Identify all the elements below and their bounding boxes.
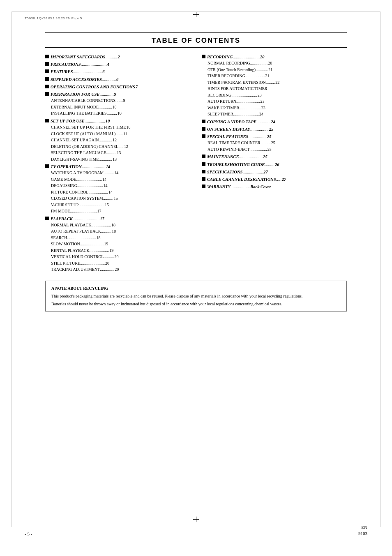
toc-bullet: [202, 177, 205, 181]
toc-entry: HINTS FOR AUTOMATIC TIMER: [202, 86, 347, 92]
toc-entry: DELETING (OR ADDING) CHANNEL .....12: [45, 144, 190, 150]
toc-bullet: [202, 155, 205, 158]
toc-entry: AUTO REPEAT PLAYBACK ..........18: [45, 228, 190, 235]
toc-bullet: [45, 77, 49, 81]
toc-entry: CHANNEL SET UP AGAIN .............12: [45, 137, 190, 143]
toc-entry: DAYLIGHT-SAVING TIME .............13: [45, 157, 190, 163]
toc-entry: WARRANTY ..................Back Cover: [202, 184, 347, 190]
footer-page-number: - 5 -: [25, 531, 32, 536]
toc-entry: ANTENNA/CABLE CONNECTIONS .......9: [45, 98, 190, 104]
toc-entry: TIMER RECORDING ...................21: [202, 73, 347, 79]
footer-lang-code: EN 9103: [358, 524, 367, 536]
toc-bullet: [45, 55, 49, 58]
toc-bullet: [45, 62, 49, 66]
toc-entry: FEATURES ...........................6: [45, 69, 190, 75]
toc-entry: SELECTING THE LANGUAGE ..........13: [45, 150, 190, 156]
toc-entry: WATCHING A TV PROGRAM ..........14: [45, 170, 190, 176]
page-title: TABLE OF CONTENTS: [45, 34, 347, 47]
toc-bullet: [202, 162, 205, 166]
toc-entry: FM MODE ..........................17: [45, 208, 190, 215]
toc-entry: TIMER PROGRAM EXTENSION .........22: [202, 80, 347, 86]
toc-entry: SLEEP TIMER .........................24: [202, 111, 347, 118]
toc-entry: AUTO RETURN .......................23: [202, 99, 347, 105]
toc-entry: TRACKING ADJUSTMENT ..............20: [45, 267, 190, 273]
crosshair-bottom: [193, 517, 199, 522]
toc-entry: INSTALLING THE BATTERIES ..........10: [45, 111, 190, 117]
toc-bullet: [45, 92, 49, 96]
toc-entry: CHANNEL SET UP FOR THE FIRST TIME 10: [45, 125, 190, 131]
header-top-rule: [45, 32, 347, 33]
toc-bullet: [202, 55, 205, 58]
header-bottom-rule: [45, 47, 347, 48]
toc-bullet: [45, 217, 49, 220]
note-title: A NOTE ABOUT RECYCLING: [51, 285, 341, 291]
toc-entry: SPECIAL FEATURES .................25: [202, 134, 347, 140]
toc-entry: TROUBLESHOOTING GUIDE .........26: [202, 161, 347, 168]
toc-entry: V-CHIP SET UP .........................1…: [45, 202, 190, 208]
page-wrapper: T5408UJ.QX33 03.1.9 5:23 PM Page 5 TABLE…: [0, 0, 392, 556]
toc-entry: CLOCK SET UP (AUTO / MANUAL) .......11: [45, 131, 190, 137]
toc-entry: AUTO REWIND-EJECT .................25: [202, 147, 347, 153]
toc-entry: MAINTENANCE ......................25: [202, 154, 347, 160]
toc-entry: RENTAL PLAYBACK ...................19: [45, 248, 190, 254]
toc-entry: DEGAUSSING .........................14: [45, 183, 190, 189]
toc-bullet: [202, 134, 205, 138]
toc-entry: REAL TIME TAPE COUNTER ..........25: [202, 140, 347, 146]
toc-entry: OTR (One Touch Recording) ............21: [202, 67, 347, 73]
toc-entry: COPYING A VIDEO TAPE .............24: [202, 119, 347, 125]
toc-entry: PLAYBACK .........................17: [45, 216, 190, 222]
toc-entry: STILL PICTURE ........................20: [45, 261, 190, 267]
page-footer: - 5 - EN 9103: [0, 524, 392, 536]
toc-bullet: [202, 170, 205, 173]
toc-entry: TV OPERATION ......................14: [45, 164, 190, 170]
toc-entry: GAME MODE .........................14: [45, 177, 190, 183]
toc-entry: CABLE CHANNEL DESIGNATIONS .....27: [202, 176, 347, 182]
toc-entry: NORMAL RECORDING .................20: [202, 60, 347, 67]
toc-entry: NORMAL PLAYBACK ...................18: [45, 222, 190, 228]
toc-right-column: RECORDING .........................20NOR…: [202, 53, 347, 190]
toc-entry: IMPORTANT SAFEGUARDS ...........2: [45, 54, 190, 60]
toc-bullet: [45, 119, 49, 122]
toc-entry: SPECIFICATIONS ...................27: [202, 169, 347, 175]
toc-entry: CLOSED CAPTION SYSTEM ..........15: [45, 196, 190, 202]
toc-entry: OPERATING CONTROLS AND FUNCTIONS 7: [45, 84, 190, 90]
toc-entry: WAKE UP TIMER .....................23: [202, 105, 347, 111]
toc-entry: SLOW MOTION .......................19: [45, 241, 190, 247]
toc-bullet: [202, 120, 205, 123]
toc-entry: EXTERNAL INPUT MODE .............10: [45, 104, 190, 111]
toc-entry: RECORDING .........................20: [202, 54, 347, 60]
toc-bullet: [202, 185, 205, 188]
note-line2: Batteries should never be thrown away or…: [51, 301, 341, 307]
toc-entry: ON SCREEN DISPLAY .................25: [202, 126, 347, 132]
toc-bullet: [45, 85, 49, 88]
toc-entry: SET UP FOR USE ...................10: [45, 118, 190, 124]
toc-entry: PRECAUTIONS ........................4: [45, 61, 190, 67]
note-line1: This product's packaging materials are r…: [51, 293, 341, 299]
toc-entry: PREPARATION FOR USE .............9: [45, 91, 190, 97]
toc-entry: SUPPLIED ACCESSORIES .............6: [45, 76, 190, 83]
toc-entry: PICTURE CONTROL ...................14: [45, 189, 190, 196]
toc-entry: VERTICAL HOLD CONTROL ..........20: [45, 254, 190, 260]
recycling-note-box: A NOTE ABOUT RECYCLING This product's pa…: [45, 281, 347, 311]
toc-entry: RECORDING .........................23: [202, 92, 347, 99]
crosshair-top: [193, 12, 199, 17]
toc-left-column: IMPORTANT SAFEGUARDS ...........2PRECAUT…: [45, 53, 190, 273]
toc-columns: IMPORTANT SAFEGUARDS ...........2PRECAUT…: [45, 53, 347, 273]
toc-entry: SEARCH ............................18: [45, 235, 190, 241]
toc-bullet: [45, 164, 49, 168]
toc-bullet: [45, 69, 49, 73]
toc-bullet: [202, 127, 205, 131]
